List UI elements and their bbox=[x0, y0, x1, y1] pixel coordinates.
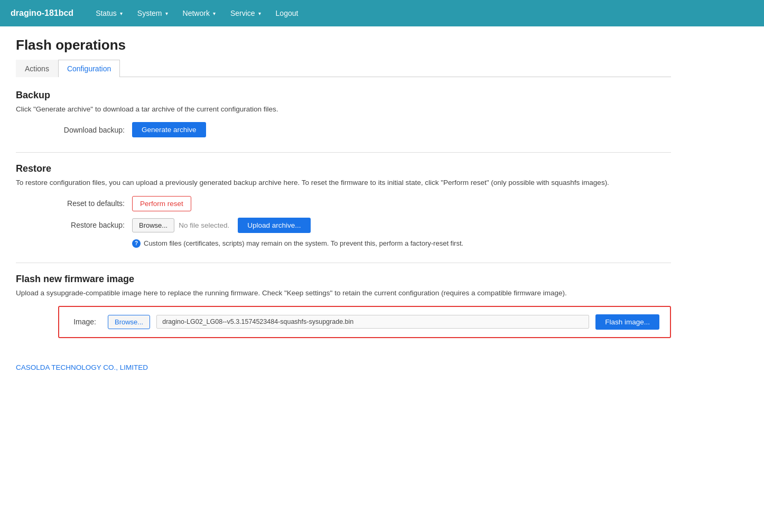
backup-download-row: Download backup: Generate archive bbox=[58, 122, 671, 137]
flash-heading: Flash new firmware image bbox=[16, 274, 671, 285]
nav-item-system[interactable]: System ▾ bbox=[131, 6, 174, 21]
restore-backup-row: Restore backup: Browse... No file select… bbox=[58, 218, 671, 233]
main-content: Flash operations Actions Configuration B… bbox=[0, 26, 687, 382]
restore-heading: Restore bbox=[16, 163, 671, 174]
tab-actions[interactable]: Actions bbox=[16, 60, 58, 77]
chevron-down-icon: ▾ bbox=[258, 11, 261, 16]
navbar-brand: dragino-181bcd bbox=[11, 8, 73, 18]
perform-reset-button[interactable]: Perform reset bbox=[132, 196, 191, 211]
flash-image-button[interactable]: Flash image... bbox=[595, 314, 659, 330]
footer-link[interactable]: CASOLDA TECHNOLOGY CO., LIMITED bbox=[16, 363, 148, 371]
backup-heading: Backup bbox=[16, 90, 671, 101]
info-icon: ? bbox=[132, 239, 141, 248]
flash-browse-button[interactable]: Browse... bbox=[108, 315, 150, 329]
flash-filename: dragino-LG02_LG08--v5.3.1574523484-squas… bbox=[156, 315, 589, 329]
restore-hint-row: ? Custom files (certificates, scripts) m… bbox=[132, 239, 671, 248]
chevron-down-icon: ▾ bbox=[165, 11, 168, 16]
nav-item-logout[interactable]: Logout bbox=[269, 6, 305, 21]
nav-item-network[interactable]: Network ▾ bbox=[176, 6, 222, 21]
upload-archive-button[interactable]: Upload archive... bbox=[238, 218, 310, 233]
nav-item-service[interactable]: Service ▾ bbox=[224, 6, 267, 21]
backup-description: Click "Generate archive" to download a t… bbox=[16, 104, 671, 115]
generate-archive-button[interactable]: Generate archive bbox=[132, 122, 206, 137]
tab-configuration[interactable]: Configuration bbox=[58, 60, 120, 77]
restore-no-file-text: No file selected. bbox=[179, 221, 229, 229]
nav-item-status[interactable]: Status ▾ bbox=[89, 6, 129, 21]
section-divider-2 bbox=[16, 263, 671, 263]
tabs: Actions Configuration bbox=[16, 60, 671, 77]
reset-defaults-row: Reset to defaults: Perform reset bbox=[58, 196, 671, 211]
restore-backup-label: Restore backup: bbox=[58, 221, 132, 229]
chevron-down-icon: ▾ bbox=[213, 11, 216, 16]
reset-defaults-label: Reset to defaults: bbox=[58, 199, 132, 208]
flash-image-box: Image: Browse... dragino-LG02_LG08--v5.3… bbox=[58, 306, 671, 338]
section-divider-1 bbox=[16, 152, 671, 153]
restore-section: Restore To restore configuration files, … bbox=[16, 163, 671, 247]
flash-image-label: Image: bbox=[70, 318, 101, 326]
backup-download-label: Download backup: bbox=[58, 126, 132, 134]
nav-items: Status ▾ System ▾ Network ▾ Service ▾ Lo… bbox=[89, 6, 304, 21]
flash-description: Upload a sysupgrade-compatible image her… bbox=[16, 288, 671, 298]
chevron-down-icon: ▾ bbox=[120, 11, 123, 16]
restore-description: To restore configuration files, you can … bbox=[16, 178, 671, 188]
navbar: dragino-181bcd Status ▾ System ▾ Network… bbox=[0, 0, 764, 26]
backup-section: Backup Click "Generate archive" to downl… bbox=[16, 90, 671, 137]
restore-browse-button[interactable]: Browse... bbox=[132, 218, 174, 232]
flash-section: Flash new firmware image Upload a sysupg… bbox=[16, 274, 671, 338]
page-title: Flash operations bbox=[16, 37, 671, 53]
restore-hint-text: Custom files (certificates, scripts) may… bbox=[144, 239, 463, 247]
